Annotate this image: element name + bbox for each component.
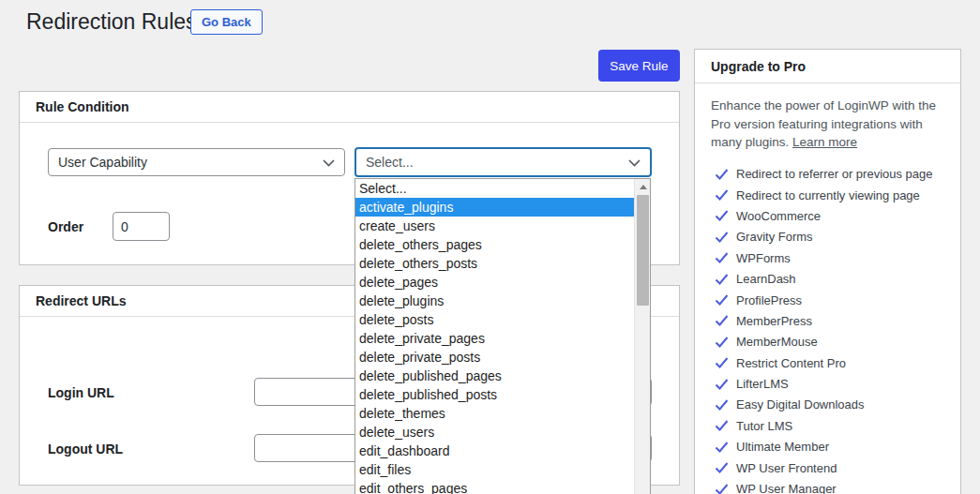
- capability-option[interactable]: delete_private_posts: [355, 348, 634, 367]
- capability-option[interactable]: delete_private_pages: [355, 329, 634, 348]
- check-icon: [715, 252, 729, 263]
- pro-feature-item: WooCommerce: [715, 205, 944, 226]
- capability-options-list: Select... activate_plugins create_users …: [355, 179, 634, 494]
- check-icon: [715, 189, 729, 201]
- rule-condition-title: Rule Condition: [20, 92, 679, 123]
- pro-feature-label: Redirect to currently viewing page: [736, 188, 920, 202]
- capability-option[interactable]: delete_posts: [355, 310, 634, 329]
- capability-option[interactable]: Select...: [355, 179, 634, 198]
- upgrade-to-pro-panel: Upgrade to Pro Enhance the power of Logi…: [694, 49, 961, 494]
- check-icon: [715, 379, 729, 390]
- capability-option[interactable]: edit_others_pages: [355, 479, 634, 494]
- capability-option[interactable]: activate_plugins: [355, 198, 634, 217]
- capability-option[interactable]: delete_published_posts: [355, 385, 634, 404]
- pro-feature-item: Restrict Content Pro: [715, 352, 944, 373]
- upgrade-to-pro-title: Upgrade to Pro: [695, 50, 960, 83]
- capability-option[interactable]: delete_pages: [355, 273, 634, 292]
- pro-feature-label: Restrict Content Pro: [736, 356, 846, 370]
- check-icon: [715, 232, 729, 243]
- pro-feature-item: Redirect to currently viewing page: [715, 185, 944, 205]
- pro-feature-item: LearnDash: [715, 268, 944, 289]
- pro-feature-item: Gravity Forms: [715, 227, 944, 247]
- go-back-button[interactable]: Go Back: [190, 9, 263, 35]
- page: Redirection Rules Go Back Save Rule Rule…: [0, 0, 980, 494]
- order-label: Order: [48, 219, 83, 234]
- capability-option[interactable]: delete_others_pages: [355, 235, 634, 254]
- capability-option[interactable]: delete_plugins: [355, 292, 634, 310]
- check-icon: [715, 462, 729, 473]
- check-icon: [715, 442, 729, 453]
- scrollbar-thumb[interactable]: [637, 195, 649, 306]
- pro-feature-item: Easy Digital Downloads: [715, 395, 944, 415]
- condition-type-select[interactable]: User Capability: [48, 148, 345, 176]
- pro-feature-item: MemberPress: [715, 310, 944, 331]
- pro-feature-label: LearnDash: [736, 272, 796, 286]
- pro-feature-item: Redirect to referrer or previous page: [715, 164, 944, 185]
- check-icon: [715, 399, 729, 411]
- check-icon: [715, 337, 729, 348]
- chevron-down-icon: [628, 155, 641, 170]
- pro-feature-item: MemberMouse: [715, 332, 944, 352]
- check-icon: [715, 169, 729, 180]
- learn-more-link[interactable]: Learn more: [792, 135, 857, 149]
- page-title: Redirection Rules: [26, 8, 197, 35]
- scroll-up-icon: [640, 185, 647, 189]
- pro-feature-label: Tutor LMS: [736, 419, 792, 433]
- pro-feature-item: WPForms: [715, 247, 944, 268]
- condition-type-value: User Capability: [58, 155, 147, 170]
- pro-feature-item: WP User Manager: [715, 478, 944, 494]
- pro-feature-label: LifterLMS: [736, 377, 789, 391]
- capability-option[interactable]: create_users: [355, 217, 634, 235]
- dropdown-scrollbar[interactable]: [634, 179, 650, 494]
- pro-feature-label: Gravity Forms: [736, 230, 813, 244]
- pro-feature-item: LifterLMS: [715, 373, 944, 394]
- pro-feature-item: Ultimate Member: [715, 437, 944, 457]
- pro-feature-label: MemberMouse: [736, 335, 818, 349]
- pro-feature-label: WP User Frontend: [736, 461, 837, 475]
- check-icon: [715, 484, 729, 494]
- capability-option[interactable]: edit_dashboard: [355, 442, 634, 460]
- pro-feature-item: WP User Frontend: [715, 457, 944, 478]
- check-icon: [715, 420, 729, 431]
- check-icon: [715, 315, 729, 326]
- scrollbar-up-button[interactable]: [635, 179, 651, 195]
- capability-option[interactable]: delete_themes: [355, 404, 634, 423]
- pro-feature-label: Redirect to referrer or previous page: [736, 167, 933, 181]
- pro-feature-item: ProfilePress: [715, 290, 944, 310]
- pro-features-list: Redirect to referrer or previous page Re…: [715, 164, 944, 494]
- check-icon: [715, 274, 729, 285]
- pro-feature-label: WP User Manager: [736, 482, 837, 494]
- chevron-down-icon: [323, 155, 335, 170]
- order-input[interactable]: [113, 212, 170, 241]
- pro-feature-label: Easy Digital Downloads: [736, 397, 865, 412]
- capability-option[interactable]: delete_users: [355, 423, 634, 442]
- check-icon: [715, 294, 729, 306]
- pro-feature-label: ProfilePress: [736, 293, 802, 307]
- upgrade-body: Enhance the power of LoginWP with the Pr…: [695, 83, 960, 494]
- capability-select[interactable]: Select...: [354, 147, 652, 177]
- logout-url-label: Logout URL: [48, 442, 123, 457]
- capability-select-value: Select...: [366, 155, 414, 170]
- capability-option[interactable]: edit_files: [355, 460, 634, 479]
- login-url-label: Login URL: [48, 385, 114, 400]
- pro-feature-label: WooCommerce: [736, 209, 821, 223]
- save-rule-button[interactable]: Save Rule: [598, 50, 680, 82]
- capability-option[interactable]: delete_others_posts: [355, 254, 634, 273]
- check-icon: [715, 357, 729, 368]
- upgrade-description: Enhance the power of LoginWP with the Pr…: [711, 97, 944, 152]
- capability-option[interactable]: delete_published_pages: [355, 367, 634, 385]
- pro-feature-item: Tutor LMS: [715, 415, 944, 436]
- pro-feature-label: WPForms: [736, 251, 791, 265]
- check-icon: [715, 210, 729, 221]
- pro-feature-label: Ultimate Member: [736, 440, 829, 454]
- capability-dropdown-popup: Select... activate_plugins create_users …: [354, 178, 651, 494]
- pro-feature-label: MemberPress: [736, 314, 812, 328]
